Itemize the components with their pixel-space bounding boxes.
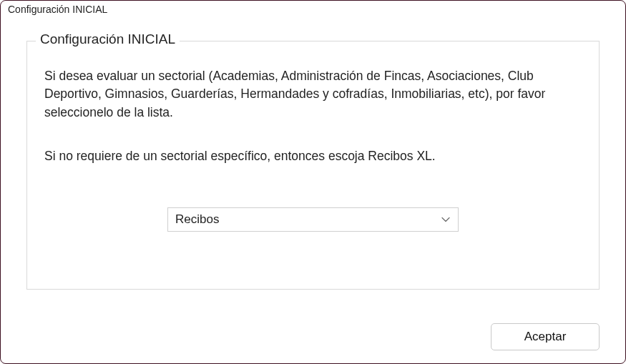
content-area: Configuración INICIAL Si desea evaluar u… xyxy=(1,41,625,290)
select-value: Recibos xyxy=(175,212,219,227)
info-paragraph-2: Si no requiere de un sectorial específic… xyxy=(37,147,589,165)
dialog-window: Configuración INICIAL Configuración INIC… xyxy=(0,0,626,364)
fieldset-legend: Configuración INICIAL xyxy=(36,31,180,47)
dialog-footer: Aceptar xyxy=(491,323,600,350)
info-paragraph-1: Si desea evaluar un sectorial (Academias… xyxy=(37,67,589,122)
window-title: Configuración INICIAL xyxy=(1,1,625,19)
sectorial-select[interactable]: Recibos xyxy=(167,207,459,232)
accept-button[interactable]: Aceptar xyxy=(491,323,600,350)
select-row: Recibos xyxy=(37,207,589,232)
config-fieldset: Configuración INICIAL Si desea evaluar u… xyxy=(26,41,600,290)
chevron-down-icon xyxy=(441,215,451,225)
